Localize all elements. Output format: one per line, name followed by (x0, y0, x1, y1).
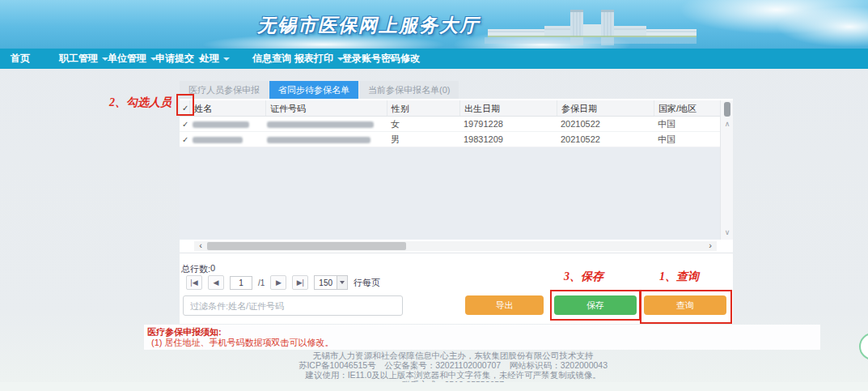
page-total-label: /1 (258, 278, 265, 287)
annotation-step2-label: 2、勾选人员 (109, 96, 171, 110)
redacted-name (193, 137, 243, 143)
nav-item-account-password[interactable]: 登录账号密码修改 (342, 49, 420, 69)
nav-item-report-print[interactable]: 报表打印 (294, 49, 344, 69)
notice-item: (1) 居住地址、手机号码数据项双击可以修改。 (151, 337, 334, 349)
nav-item-home[interactable]: 首页 (11, 49, 30, 69)
select-caret-box[interactable] (337, 276, 347, 289)
chevron-down-icon (223, 57, 230, 61)
export-button[interactable]: 导出 (465, 295, 544, 315)
per-page-label: 行每页 (354, 277, 380, 289)
notice-panel: 医疗参保申报须知: (1) 居住地址、手机号码数据项双击可以修改。 (144, 325, 820, 350)
vertical-scrollbar[interactable]: ∧ ∨ (720, 100, 733, 240)
page-number-input[interactable] (230, 276, 252, 290)
save-button[interactable]: 保存 (554, 295, 637, 315)
tab-medical-declare[interactable]: 医疗人员参保申报 (180, 81, 269, 99)
scroll-right-icon[interactable]: › (705, 241, 715, 251)
column-header-birth-date[interactable]: 出生日期 (459, 100, 557, 116)
enroll-date-cell: 20210522 (557, 117, 654, 131)
horizontal-scrollbar-thumb[interactable] (207, 242, 406, 250)
column-header-gender[interactable]: 性别 (387, 100, 459, 116)
column-header-id-number[interactable]: 证件号码 (265, 100, 387, 116)
tab-bar: 医疗人员参保申报 省同步待参保名单 当前参保申报名单(0) (180, 81, 459, 99)
building-illustration (473, 5, 716, 47)
scroll-down-icon[interactable]: ∨ (721, 228, 734, 236)
header-banner: 无锡市医保网上服务大厅 (0, 0, 868, 49)
nav-item-staff-management[interactable]: 职工管理 (59, 49, 108, 69)
redacted-name (193, 121, 249, 128)
table-row[interactable]: ✓ 女 19791228 20210522 中国 (180, 117, 720, 132)
horizontal-scrollbar[interactable]: ‹ › (194, 241, 717, 251)
column-header-enroll-date[interactable]: 参保日期 (557, 100, 654, 116)
redacted-id-number (267, 121, 374, 128)
table-body-empty-area (180, 147, 720, 240)
nav-item-application-submit[interactable]: 申请提交 (155, 49, 205, 69)
floating-service-button[interactable] (859, 333, 868, 360)
redacted-id-number (267, 137, 370, 143)
country-cell: 中国 (654, 132, 720, 147)
row-checkbox[interactable]: ✓ (180, 132, 189, 147)
app-window: 无锡市医保网上服务大厅 首页 职工管理 单位管理 申请提交 处理 信息查询 报表… (0, 0, 868, 391)
bottom-strip (0, 382, 868, 391)
vertical-scrollbar-thumb[interactable] (724, 102, 730, 117)
birth-date-cell: 19791228 (459, 117, 557, 131)
page-size-value: 150 (315, 278, 337, 287)
column-header-country[interactable]: 国家/地区 (654, 100, 720, 116)
nav-item-unit-management[interactable]: 单位管理 (108, 49, 157, 69)
query-button[interactable]: 查询 (644, 295, 726, 315)
enroll-date-cell: 20210522 (557, 132, 654, 147)
country-cell: 中国 (654, 117, 720, 131)
chevron-down-icon (340, 281, 345, 284)
next-page-button[interactable]: ▶ (270, 275, 286, 290)
annotation-step1-label: 1、查询 (659, 270, 699, 284)
tab-current-declare-list[interactable]: 当前参保申报名单(0) (359, 81, 459, 99)
first-page-button[interactable]: |◀ (186, 275, 202, 290)
total-rows-value: 0 (210, 263, 215, 273)
nav-item-processing[interactable]: 处理 (200, 49, 230, 69)
table-header: ✓ 姓名 证件号码 性别 出生日期 参保日期 国家/地区 (180, 100, 720, 117)
scroll-left-icon[interactable]: ‹ (196, 241, 205, 251)
scroll-up-icon[interactable]: ∧ (721, 120, 734, 128)
select-all-checkbox[interactable]: ✓ (180, 100, 189, 116)
page-title: 无锡市医保网上服务大厅 (257, 13, 480, 38)
table-row[interactable]: ✓ 男 19831209 20210522 中国 (180, 132, 720, 147)
birth-date-cell: 19831209 (459, 132, 557, 147)
last-page-button[interactable]: ▶| (292, 275, 308, 290)
filter-input[interactable] (183, 295, 403, 316)
annotation-step3-label: 3、保存 (564, 270, 603, 284)
total-rows-label: 总行数: (181, 263, 210, 275)
page-size-select[interactable]: 150 (314, 275, 348, 290)
nav-bar: 首页 职工管理 单位管理 申请提交 处理 信息查询 报表打印 登录账号密码修改 (0, 49, 868, 69)
gender-cell: 男 (387, 132, 459, 147)
row-checkbox[interactable]: ✓ (180, 117, 189, 131)
tab-province-sync-list[interactable]: 省同步待参保名单 (269, 81, 358, 99)
pagination-controls: |◀ ◀ /1 ▶ ▶| 150 行每页 (186, 275, 380, 290)
prev-page-button[interactable]: ◀ (208, 275, 224, 290)
gender-cell: 女 (387, 117, 459, 131)
column-header-name[interactable]: 姓名 (189, 100, 265, 116)
